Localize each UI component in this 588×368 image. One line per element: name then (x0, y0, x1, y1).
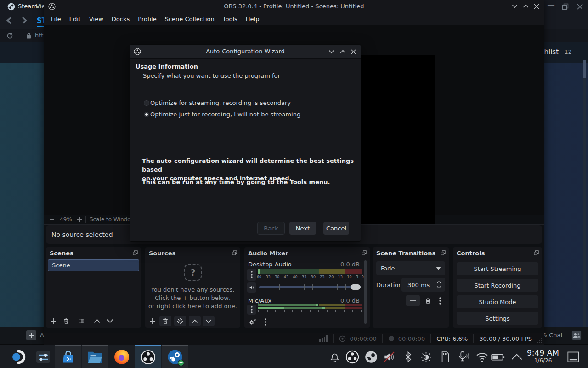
steam-tray-icon[interactable] (365, 351, 378, 363)
menu-file[interactable]: File (47, 14, 65, 24)
transition-menu-icon[interactable] (439, 297, 441, 305)
next-button[interactable]: Next (289, 222, 316, 235)
forward-icon[interactable] (19, 17, 28, 24)
menu-help[interactable]: Help (242, 14, 264, 24)
taskbar-discover[interactable] (55, 345, 81, 368)
radio-optimize-recording[interactable] (144, 112, 149, 117)
taskbar-steam[interactable] (162, 345, 188, 368)
volume-slider[interactable] (259, 283, 361, 291)
popout-icon[interactable] (232, 250, 237, 255)
steam-restore-button[interactable] (562, 3, 569, 10)
studio-mode-button[interactable]: Studio Mode (457, 295, 538, 308)
steam-close-button[interactable] (577, 3, 583, 10)
popout-icon[interactable] (534, 250, 539, 255)
clock[interactable]: 9:49 AM 1/6/26 (526, 348, 560, 364)
scene-filters-icon[interactable] (78, 318, 85, 324)
back-button[interactable]: Back (257, 222, 285, 235)
start-recording-button[interactable]: Start Recording (457, 279, 538, 292)
source-properties-button[interactable] (174, 316, 186, 326)
dialog-close-icon[interactable] (351, 49, 356, 54)
obs-tray-icon[interactable] (345, 350, 359, 364)
channel-menu-button[interactable] (247, 305, 256, 315)
channel-menu-button[interactable] (247, 269, 256, 281)
steam-scrollbar[interactable] (583, 60, 586, 327)
remove-source-button[interactable] (159, 316, 171, 326)
move-scene-up-icon[interactable] (94, 319, 101, 323)
popout-icon[interactable] (133, 250, 138, 255)
slider-handle[interactable] (351, 284, 361, 290)
spin-down-icon[interactable] (436, 286, 441, 289)
radio-streaming-label[interactable]: Optimize for streaming, recording is sec… (150, 99, 291, 106)
back-icon[interactable] (6, 17, 14, 24)
fps-status: 30.00 / 30.00 FPS (479, 335, 532, 342)
audio-muted-icon[interactable] (383, 351, 396, 363)
app-launcher-icon[interactable] (10, 349, 27, 365)
scene-transitions-dock: Scene Transitions Fade Duration 300 ms (373, 247, 449, 328)
settings-button[interactable]: Settings (457, 312, 538, 325)
menu-scene-collection[interactable]: Scene Collection (161, 14, 219, 24)
popout-icon[interactable] (362, 250, 367, 255)
spin-up-icon[interactable] (436, 281, 441, 284)
clock-date: 1/6/26 (526, 357, 560, 364)
system-settings-icon[interactable] (35, 349, 51, 365)
window-shade-down-icon[interactable] (512, 4, 518, 8)
brightness-icon[interactable] (420, 351, 432, 363)
sd-card-icon[interactable] (440, 351, 450, 363)
wizard-titlebar[interactable]: Auto-Configuration Wizard (130, 45, 361, 59)
refresh-icon[interactable] (6, 32, 13, 39)
microphone-icon[interactable] (457, 351, 469, 363)
dialog-shade-down-icon[interactable] (328, 50, 334, 54)
remove-scene-icon[interactable] (63, 318, 69, 324)
friends-icon[interactable] (571, 330, 582, 340)
remove-transition-icon[interactable] (424, 297, 431, 304)
move-source-down-button[interactable] (203, 316, 215, 326)
show-desktop-icon[interactable] (567, 351, 580, 363)
transition-select[interactable]: Fade (376, 261, 445, 275)
dropdown-arrow-icon (436, 267, 441, 270)
add-game-plus-icon[interactable] (26, 330, 36, 340)
start-streaming-button[interactable]: Start Streaming (457, 262, 538, 275)
radio-recording-label[interactable]: Optimize just for recording, I will not … (150, 111, 300, 118)
obs-titlebar[interactable]: OBS 32.0.4 - Profile: Untitled - Scenes:… (44, 0, 544, 13)
add-transition-button[interactable] (406, 295, 420, 306)
controls-title: Controls (453, 247, 542, 259)
tray-expand-chevron-icon[interactable] (511, 353, 523, 361)
notifications-bell-icon[interactable] (329, 351, 340, 363)
steam-menu-steam[interactable]: Steam (18, 3, 37, 10)
menu-docks[interactable]: Docks (107, 14, 134, 24)
battery-icon[interactable] (491, 353, 505, 361)
window-shade-up-icon[interactable] (523, 4, 529, 8)
advanced-audio-icon[interactable] (249, 318, 256, 325)
add-source-icon[interactable] (149, 318, 156, 324)
popout-icon[interactable] (441, 250, 446, 255)
taskbar-obs[interactable] (135, 345, 161, 368)
wifi-icon[interactable] (475, 352, 489, 363)
menu-edit[interactable]: Edit (65, 14, 85, 24)
radio-optimize-streaming[interactable] (144, 100, 149, 106)
move-source-up-button[interactable] (189, 316, 201, 326)
lock-icon (26, 32, 32, 39)
zoom-in-icon[interactable] (77, 217, 82, 222)
taskbar-file-manager[interactable] (82, 345, 108, 368)
mixer-menu-icon[interactable] (265, 318, 266, 326)
mute-button[interactable] (247, 282, 256, 293)
zoom-out-icon[interactable] (50, 219, 54, 220)
scale-to-window[interactable]: Scale to Window (90, 216, 135, 223)
menu-tools[interactable]: Tools (219, 14, 242, 24)
scene-list-item[interactable]: Scene (48, 259, 139, 271)
menu-view[interactable]: View (85, 14, 107, 24)
taskbar-firefox[interactable] (108, 345, 135, 368)
sources-empty-line1: You don't have any sources. (145, 286, 240, 293)
resize-grip[interactable] (537, 338, 542, 343)
window-close-icon[interactable] (534, 4, 539, 9)
dialog-shade-up-icon[interactable] (340, 50, 346, 54)
add-scene-icon[interactable] (50, 318, 57, 324)
bluetooth-icon[interactable] (404, 351, 412, 363)
move-scene-down-icon[interactable] (107, 319, 113, 323)
mixer-scrollbar[interactable] (364, 260, 367, 324)
steam-minimize-button[interactable]: ― (548, 1, 554, 9)
steam-scrollbar-thumb[interactable] (583, 60, 586, 78)
cancel-button[interactable]: Cancel (323, 222, 349, 235)
duration-spinbox[interactable]: 300 ms (401, 278, 445, 292)
menu-profile[interactable]: Profile (134, 14, 160, 24)
